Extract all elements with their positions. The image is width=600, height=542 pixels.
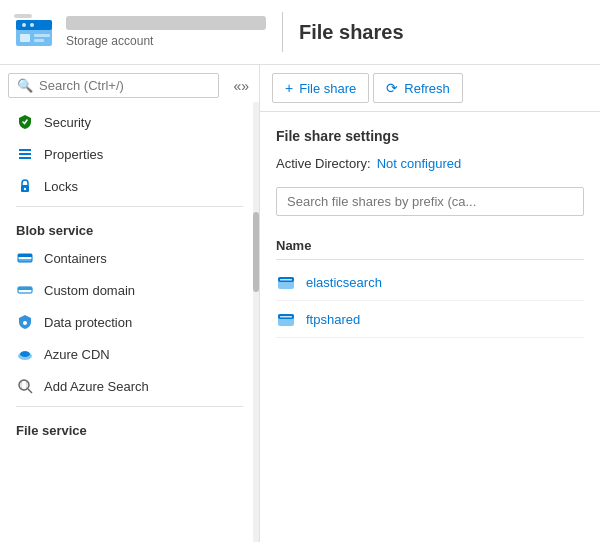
content-body: File share settings Active Directory: No… <box>260 112 600 542</box>
page-header: Storage account File shares <box>0 0 600 65</box>
active-directory-row: Active Directory: Not configured <box>276 156 584 171</box>
svg-rect-10 <box>19 157 31 159</box>
sidebar-item-custom-domain-label: Custom domain <box>44 283 135 298</box>
svg-rect-30 <box>280 316 292 318</box>
sidebar-item-data-protection-label: Data protection <box>44 315 132 330</box>
svg-rect-4 <box>34 39 44 42</box>
svg-rect-7 <box>14 14 32 18</box>
locks-icon <box>16 177 34 195</box>
data-protection-icon <box>16 313 34 331</box>
toolbar: + File share ⟳ Refresh <box>260 65 600 112</box>
custom-domain-icon <box>16 281 34 299</box>
add-file-share-button[interactable]: + File share <box>272 73 369 103</box>
svg-line-23 <box>28 389 32 393</box>
sidebar-item-azure-cdn-label: Azure CDN <box>44 347 110 362</box>
svg-rect-3 <box>34 34 50 37</box>
sidebar-item-locks[interactable]: Locks <box>0 170 259 202</box>
sidebar-item-custom-domain[interactable]: Custom domain <box>0 274 259 306</box>
scrollbar-thumb[interactable] <box>253 212 259 292</box>
active-directory-value[interactable]: Not configured <box>377 156 462 171</box>
header-divider <box>282 12 283 52</box>
header-info: Storage account <box>66 16 266 48</box>
blob-section-divider <box>16 206 243 207</box>
scrollbar-track[interactable] <box>253 102 259 542</box>
add-azure-search-icon <box>16 377 34 395</box>
table-name-header: Name <box>276 232 584 260</box>
table-row[interactable]: ftpshared <box>276 301 584 338</box>
svg-point-5 <box>22 23 26 27</box>
header-subtitle: Storage account <box>66 34 266 48</box>
file-share-settings-title: File share settings <box>276 128 584 144</box>
file-service-label: File service <box>0 411 259 442</box>
sidebar: 🔍 «» Security Properties <box>0 65 260 542</box>
svg-rect-9 <box>19 153 31 155</box>
sidebar-item-properties[interactable]: Properties <box>0 138 259 170</box>
file-share-search-input[interactable] <box>276 187 584 216</box>
svg-point-24 <box>21 380 27 390</box>
security-icon <box>16 113 34 131</box>
sidebar-item-properties-label: Properties <box>44 147 103 162</box>
add-file-share-label: File share <box>299 81 356 96</box>
svg-point-22 <box>19 380 29 390</box>
azure-cdn-icon <box>16 345 34 363</box>
sidebar-top-row: 🔍 «» <box>0 65 259 102</box>
main-layout: 🔍 «» Security Properties <box>0 65 600 542</box>
svg-point-12 <box>24 188 26 190</box>
refresh-label: Refresh <box>404 81 450 96</box>
plus-icon: + <box>285 80 293 96</box>
svg-rect-18 <box>18 287 32 290</box>
sidebar-item-security-label: Security <box>44 115 91 130</box>
file-section-divider <box>16 406 243 407</box>
svg-point-21 <box>20 351 30 357</box>
collapse-sidebar-button[interactable]: «» <box>227 76 255 96</box>
sidebar-item-add-azure-search[interactable]: Add Azure Search <box>0 370 259 402</box>
sidebar-item-add-azure-search-label: Add Azure Search <box>44 379 149 394</box>
sidebar-item-locks-label: Locks <box>44 179 78 194</box>
sidebar-nav-container: Security Properties Locks Blob service <box>0 102 259 542</box>
elasticsearch-row-name: elasticsearch <box>306 275 382 290</box>
search-input[interactable] <box>39 78 210 93</box>
ftpshared-row-name: ftpshared <box>306 312 360 327</box>
blob-service-label: Blob service <box>0 211 259 242</box>
sidebar-item-azure-cdn[interactable]: Azure CDN <box>0 338 259 370</box>
file-share-icon-ftpshared <box>276 309 296 329</box>
page-title: File shares <box>299 21 404 44</box>
storage-account-icon <box>12 10 56 54</box>
table-row[interactable]: elasticsearch <box>276 264 584 301</box>
sidebar-item-containers[interactable]: Containers <box>0 242 259 274</box>
refresh-button[interactable]: ⟳ Refresh <box>373 73 463 103</box>
sidebar-item-security[interactable]: Security <box>0 106 259 138</box>
file-share-search-wrap <box>276 187 584 216</box>
active-directory-label: Active Directory: <box>276 156 371 171</box>
svg-point-19 <box>23 321 27 325</box>
storage-account-name-blurred <box>66 16 266 30</box>
refresh-icon: ⟳ <box>386 80 398 96</box>
svg-rect-27 <box>280 279 292 281</box>
properties-icon <box>16 145 34 163</box>
svg-rect-8 <box>19 149 31 151</box>
sidebar-item-data-protection[interactable]: Data protection <box>0 306 259 338</box>
sidebar-nav: Security Properties Locks Blob service <box>0 102 259 446</box>
containers-icon <box>16 249 34 267</box>
search-icon: 🔍 <box>17 78 33 93</box>
svg-rect-2 <box>20 34 30 42</box>
sidebar-item-containers-label: Containers <box>44 251 107 266</box>
sidebar-search-bar[interactable]: 🔍 <box>8 73 219 98</box>
svg-point-6 <box>30 23 34 27</box>
content-area: + File share ⟳ Refresh File share settin… <box>260 65 600 542</box>
file-share-icon-elasticsearch <box>276 272 296 292</box>
